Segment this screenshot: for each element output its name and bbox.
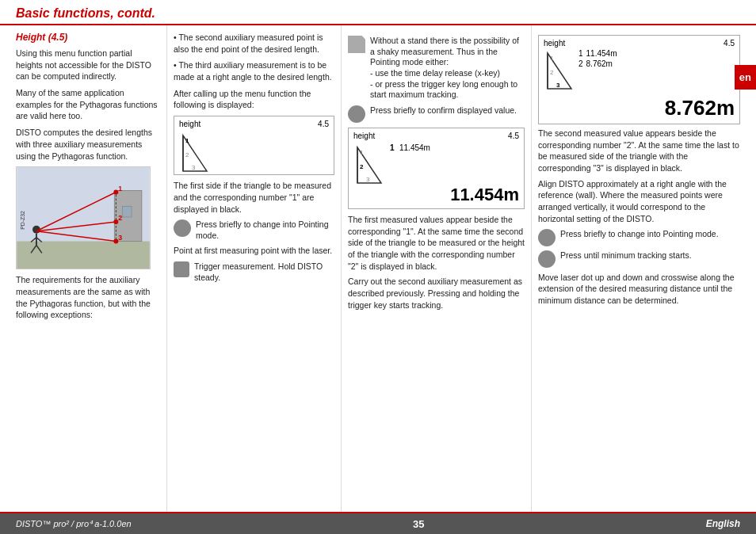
bullet1: • The second auxiliary measured point is… (174, 32, 334, 55)
meas-box-2: height 4.5 1 2 3 (348, 128, 525, 209)
svg-text:3: 3 (366, 176, 370, 183)
row3-val1: 11.454m (586, 49, 617, 58)
footer-right: English (706, 518, 740, 529)
note-icon (348, 36, 365, 53)
meas-box-3-vals: 1 11.454m 2 8.762m (578, 49, 617, 70)
meas-values-2: 1 11.454m (390, 143, 519, 183)
meas-box-3-bigval: 8.762m (544, 96, 735, 120)
svg-text:1: 1 (185, 137, 189, 144)
svg-text:1: 1 (550, 55, 554, 62)
bullet2: • The third auxiliary measurement is to … (174, 59, 334, 82)
main-content: Height (4.5) Using this menu function pa… (0, 25, 756, 512)
left-p2: Many of the same application examples fo… (16, 87, 158, 122)
meas-box-1-header: height 4.5 (179, 120, 329, 128)
svg-text:PD-Z32: PD-Z32 (20, 211, 25, 230)
page-container: Basic functions, contd. Height (4.5) Usi… (0, 0, 756, 534)
confirm-row: Press briefly to confirm displayed value… (348, 105, 525, 123)
right-pointing-text: Press briefly to change into Pointing mo… (560, 229, 719, 240)
svg-text:1: 1 (360, 149, 364, 156)
confirm-btn-icon (348, 105, 365, 123)
pointing-text: Press briefly to change into Pointing mo… (196, 219, 334, 241)
svg-rect-4 (122, 206, 132, 217)
confirm-text: Press briefly to confirm displayed value… (370, 105, 517, 116)
meas-box-3-label: height (544, 39, 565, 48)
trigger-btn-icon (174, 261, 189, 277)
footer-page-number: 35 (413, 518, 424, 530)
left-p3: DISTO computes the desired lengths with … (16, 127, 158, 162)
meas-box-2-value: 4.5 (508, 132, 519, 140)
svg-text:2: 2 (360, 163, 364, 170)
right-tracking-text: Press until minimum tracking starts. (560, 250, 692, 261)
meas-box-1: height 4.5 1 2 3 (174, 116, 334, 175)
meas-triangle-1: 1 2 3 (179, 132, 211, 171)
col-left: Height (4.5) Using this menu function pa… (0, 25, 166, 512)
meas-row-3-2: 2 8.762m (578, 59, 617, 68)
meas-box-2-content: 1 2 3 1 11.454m (353, 143, 519, 183)
right-p2: Align DISTO approximately at a right ang… (538, 178, 740, 225)
svg-text:3: 3 (118, 234, 122, 242)
right-p1: The second measured value appears beside… (538, 128, 740, 174)
pointing-btn-icon (174, 219, 191, 237)
left-p4: The requirements for the auxiliary measu… (16, 274, 158, 321)
row3-num2: 2 (578, 59, 583, 68)
svg-text:2: 2 (550, 69, 554, 76)
section-subtitle: Height (4.5) (16, 32, 158, 43)
trigger-text: Trigger measurement. Hold DISTO steady. (194, 261, 334, 283)
meas-box-3-content: 1 2 3 1 11.454m 2 8.762m (544, 49, 735, 94)
mid-right-p2: Carry out the second auxiliary measureme… (348, 276, 525, 311)
meas-triangle-2: 1 2 3 (353, 143, 385, 183)
meas-box-1-content: 1 2 3 (179, 132, 329, 171)
page-footer: DISTO™ pro² / pro⁴ a-1.0.0en 35 English (0, 512, 756, 534)
left-p1: Using this menu function partial heights… (16, 48, 158, 82)
right-tracking-row: Press until minimum tracking starts. (538, 250, 740, 268)
page-header: Basic functions, contd. (0, 0, 756, 25)
meas-box-3: height 4.5 1 2 3 (538, 35, 740, 124)
svg-text:3: 3 (192, 164, 196, 171)
meas-box-1-label: height (179, 120, 200, 128)
meas-row-1: 1 11.454m (390, 143, 519, 152)
page-title: Basic functions, contd. (16, 6, 740, 21)
language-badge: en (735, 65, 756, 90)
meas-box-1-value: 4.5 (318, 120, 329, 128)
row3-val2: 8.762m (586, 59, 613, 68)
right-pointing-row: Press briefly to change into Pointing mo… (538, 229, 740, 246)
svg-text:2: 2 (118, 214, 122, 222)
mid-right-p1: The first measured values appear beside … (348, 214, 525, 272)
row3-num1: 1 (578, 49, 583, 58)
note-text: Without a stand there is the possibility… (370, 36, 525, 101)
col-mid-left: • The second auxiliary measured point is… (166, 25, 341, 512)
meas-box-2-bigval: 11.454m (353, 185, 519, 205)
meas-row-3-1: 1 11.454m (578, 49, 617, 58)
instruction-pointing: Press briefly to change into Pointing mo… (174, 219, 334, 241)
instruction-trigger: Trigger measurement. Hold DISTO steady. (174, 261, 334, 283)
mid-left-p2: Point at first measuring point with the … (174, 245, 334, 257)
col-mid-right: Without a stand there is the possibility… (341, 25, 531, 512)
mid-left-intro: After calling up the menu function the f… (174, 88, 334, 111)
meas-box-2-label: height (353, 132, 375, 140)
meas-triangle-3: 1 2 3 (544, 49, 575, 94)
svg-text:1: 1 (118, 185, 122, 193)
right-tracking-icon (538, 250, 556, 268)
mid-left-p1: The first side if the triangle to be mea… (174, 180, 334, 215)
meas-box-3-value: 4.5 (724, 39, 735, 48)
height-diagram: 1 2 3 PD-Z32 (16, 166, 151, 269)
right-pointing-icon (538, 229, 556, 246)
svg-text:3: 3 (556, 82, 560, 89)
meas-box-2-header: height 4.5 (353, 132, 519, 140)
note-row: Without a stand there is the possibility… (348, 36, 525, 101)
meas-box-3-header: height 4.5 (544, 39, 735, 48)
right-p3: Move laser dot up and down and crosswise… (538, 272, 740, 307)
col-right: en height 4.5 1 2 3 (531, 25, 756, 512)
footer-left: DISTO™ pro² / pro⁴ a-1.0.0en (16, 519, 132, 529)
svg-text:2: 2 (185, 151, 189, 158)
